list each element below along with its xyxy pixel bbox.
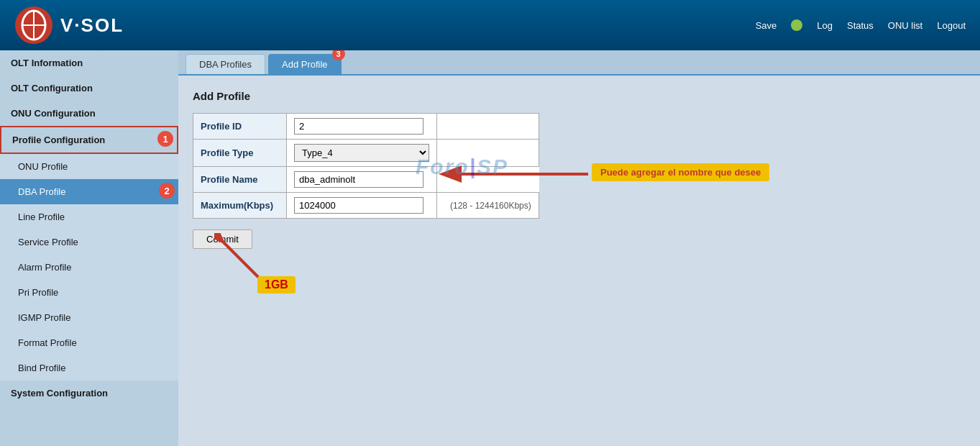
tab-add-profile[interactable]: Add Profile 3	[268, 54, 342, 74]
sidebar-badge-2: 2	[159, 183, 175, 199]
sidebar-item-line-profile[interactable]: Line Profile	[0, 204, 178, 229]
tab-dba-profiles[interactable]: DBA Profiles	[186, 54, 265, 74]
sidebar-item-igmp-profile[interactable]: IGMP Profile	[0, 305, 178, 330]
commit-area: Commit 1GB	[193, 219, 252, 249]
nav-log[interactable]: Log	[817, 20, 833, 31]
nav-logout[interactable]: Logout	[937, 20, 966, 31]
sidebar-item-onu-profile[interactable]: ONU Profile	[0, 154, 178, 179]
sidebar-item-alarm-profile[interactable]: Alarm Profile	[0, 255, 178, 280]
sidebar-item-system-configuration[interactable]: System Configuration	[0, 381, 178, 406]
label-1gb: 1GB	[257, 276, 296, 293]
tab-bar: DBA Profiles Add Profile 3	[178, 50, 980, 76]
sidebar-item-bind-profile[interactable]: Bind Profile	[0, 355, 178, 381]
logo-text: V·SOL	[60, 14, 124, 37]
main-content: DBA Profiles Add Profile 3 Add Profile P…	[178, 50, 980, 446]
profile-id-cell	[287, 114, 437, 140]
layout: OLT Information OLT Configuration ONU Co…	[0, 50, 980, 446]
tab-badge-3: 3	[332, 50, 345, 60]
maximum-kbps-range: (128 - 1244160Kbps)	[437, 193, 539, 219]
save-label: Save	[756, 20, 777, 31]
header-right: Save Log Status ONU list Logout	[756, 19, 966, 31]
sidebar: OLT Information OLT Configuration ONU Co…	[0, 50, 178, 446]
form-title: Add Profile	[193, 90, 966, 102]
foro-watermark: Foro|SP	[416, 155, 508, 179]
sidebar-item-onu-configuration[interactable]: ONU Configuration	[0, 101, 178, 126]
maximum-kbps-label: Maximum(Kbps)	[193, 193, 287, 219]
maximum-kbps-input[interactable]	[294, 197, 423, 214]
profile-id-label: Profile ID	[193, 114, 287, 140]
sidebar-item-service-profile[interactable]: Service Profile	[0, 229, 178, 255]
sidebar-item-format-profile[interactable]: Format Profile	[0, 330, 178, 355]
vsol-logo-icon	[14, 6, 53, 45]
sidebar-item-olt-configuration[interactable]: OLT Configuration	[0, 76, 178, 101]
profile-name-label: Profile Name	[193, 167, 287, 193]
profile-type-label: Profile Type	[193, 140, 287, 167]
sidebar-badge-1: 1	[157, 131, 173, 147]
profile-type-select[interactable]: Type_1 Type_2 Type_3 Type_4 Type_5	[294, 144, 429, 162]
logo-area: V·SOL	[14, 6, 124, 45]
profile-id-input[interactable]	[294, 118, 423, 135]
nav-onu-list[interactable]: ONU list	[888, 20, 922, 31]
name-annotation-box: Puede agregar el nombre que desee	[592, 163, 769, 181]
maximum-kbps-cell	[287, 193, 437, 219]
sidebar-item-dba-profile[interactable]: DBA Profile 2	[0, 179, 178, 204]
profile-name-input[interactable]	[294, 171, 423, 188]
header: V·SOL Save Log Status ONU list Logout	[0, 0, 980, 50]
profile-type-cell: Type_1 Type_2 Type_3 Type_4 Type_5	[287, 140, 437, 167]
sidebar-item-pri-profile[interactable]: Pri Profile	[0, 280, 178, 305]
profile-name-cell	[287, 167, 437, 193]
form-area: Add Profile Profile ID Profile Type Type…	[178, 76, 980, 263]
nav-status[interactable]: Status	[847, 20, 874, 31]
sidebar-item-olt-information[interactable]: OLT Information	[0, 50, 178, 76]
profile-id-extra	[437, 114, 539, 140]
sidebar-item-profile-configuration[interactable]: Profile Configuration 1	[0, 126, 178, 154]
status-dot	[791, 19, 802, 31]
